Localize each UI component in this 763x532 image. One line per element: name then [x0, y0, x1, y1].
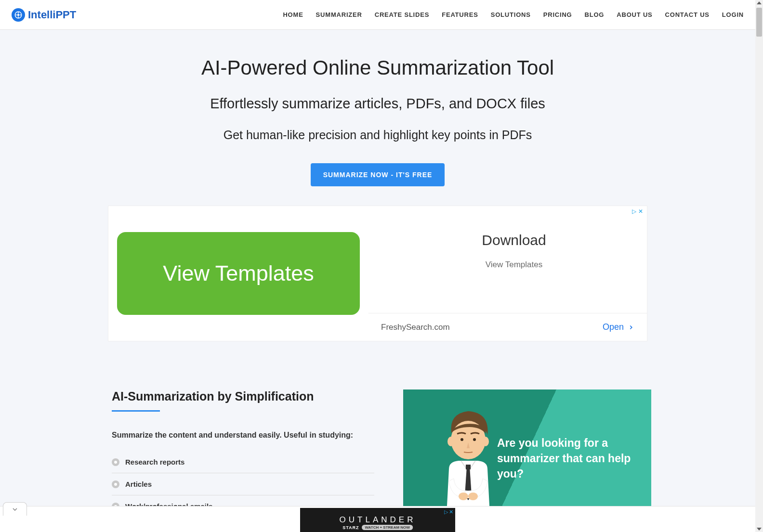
nav-solutions[interactable]: SOLUTIONS	[491, 11, 531, 18]
hero-title: AI-Powered Online Summarization Tool	[0, 56, 755, 79]
ad-choices-icon[interactable]: ▷	[632, 208, 636, 215]
nav-about-us[interactable]: ABOUT US	[617, 11, 652, 18]
bottom-ad-watch: WATCH + STREAM NOW	[362, 525, 412, 530]
list-item-label: Articles	[125, 480, 152, 488]
scrollbar-track[interactable]	[755, 0, 763, 532]
nav-login[interactable]: LOGIN	[722, 11, 744, 18]
ad-left-panel: View Templates	[108, 206, 368, 341]
promo-text: Are you looking for a summarizer that ca…	[497, 435, 637, 482]
list-item: Articles	[112, 473, 374, 495]
content-section: AI-Summarization by Simplification Summa…	[112, 389, 651, 518]
bottom-ad-banner[interactable]: ▷ ✕ OUTLANDER STARZ WATCH + STREAM NOW	[300, 508, 455, 532]
chevron-right-icon	[628, 324, 634, 331]
nav-pricing[interactable]: PRICING	[543, 11, 572, 18]
ad-subtitle: View Templates	[368, 248, 647, 270]
bottom-ad-brand: STARZ	[342, 525, 359, 530]
svg-point-8	[482, 437, 489, 446]
cta-summarize-button[interactable]: SUMMARIZE NOW - IT'S FREE	[311, 163, 445, 186]
bullet-icon	[112, 480, 119, 488]
title-underline	[112, 410, 160, 412]
nav-contact-us[interactable]: CONTACT US	[665, 11, 710, 18]
nav-blog[interactable]: BLOG	[585, 11, 605, 18]
list-item-label: Research reports	[125, 458, 184, 466]
ad-right-panel: ▷ ✕ Download View Templates FreshySearch…	[368, 206, 647, 341]
nav-summarizer[interactable]: SUMMARIZER	[316, 11, 362, 18]
scrollbar-thumb[interactable]	[756, 8, 762, 37]
ad-title: Download	[368, 206, 647, 248]
ad-info-icons[interactable]: ▷ ✕	[632, 208, 643, 215]
brand-icon	[12, 8, 25, 22]
ad-footer: FreshySearch.com Open	[368, 313, 647, 341]
svg-rect-11	[466, 465, 471, 469]
bottom-ad-sub: STARZ WATCH + STREAM NOW	[342, 525, 413, 530]
ad-choices-icon[interactable]: ▷	[444, 509, 448, 515]
bottom-ad-title: OUTLANDER	[340, 515, 416, 525]
scroll-down-arrow-icon[interactable]	[757, 528, 762, 531]
brand-logo[interactable]: IntelliPPT	[12, 8, 76, 22]
nav-home[interactable]: HOME	[283, 11, 303, 18]
svg-point-13	[459, 493, 468, 500]
svg-point-12	[468, 493, 478, 500]
ad-open-link[interactable]: Open	[603, 322, 634, 332]
svg-point-1	[18, 14, 19, 15]
ad-close-icon[interactable]: ✕	[449, 509, 453, 515]
section-intro: Summarize the content and understand eas…	[112, 431, 374, 440]
hero-subtitle: Effortlessly summarize articles, PDFs, a…	[0, 96, 755, 112]
promo-video-panel[interactable]: Are you looking for a summarizer that ca…	[403, 389, 651, 515]
bottom-ad-info-icons[interactable]: ▷ ✕	[444, 509, 453, 515]
collapse-ad-button[interactable]	[3, 502, 27, 516]
hero-section: AI-Powered Online Summarization Tool Eff…	[0, 30, 755, 341]
ad-close-icon[interactable]: ✕	[638, 208, 643, 215]
scroll-up-arrow-icon[interactable]	[757, 1, 762, 4]
hero-tagline: Get human-like precision and highlight k…	[0, 128, 755, 142]
nav-create-slides[interactable]: CREATE SLIDES	[375, 11, 429, 18]
main-nav: HOME SUMMARIZER CREATE SLIDES FEATURES S…	[283, 11, 744, 18]
ad-banner[interactable]: View Templates ▷ ✕ Download View Templat…	[108, 206, 647, 341]
content-left-column: AI-Summarization by Simplification Summa…	[112, 389, 374, 518]
list-item: Research reports	[112, 451, 374, 473]
ad-domain: FreshySearch.com	[381, 323, 450, 332]
nav-features[interactable]: FEATURES	[442, 11, 478, 18]
svg-point-7	[447, 437, 454, 446]
ad-view-templates-button[interactable]: View Templates	[117, 232, 360, 315]
svg-point-9	[460, 438, 463, 441]
ad-open-label: Open	[603, 322, 624, 332]
bullet-icon	[112, 458, 119, 466]
section-title: AI-Summarization by Simplification	[112, 389, 374, 403]
brand-name: IntelliPPT	[28, 9, 76, 21]
main-header: IntelliPPT HOME SUMMARIZER CREATE SLIDES…	[0, 0, 755, 30]
bottom-ad-bar: ▷ ✕ OUTLANDER STARZ WATCH + STREAM NOW	[0, 506, 755, 532]
chevron-down-icon	[11, 506, 19, 513]
svg-point-10	[473, 438, 476, 441]
